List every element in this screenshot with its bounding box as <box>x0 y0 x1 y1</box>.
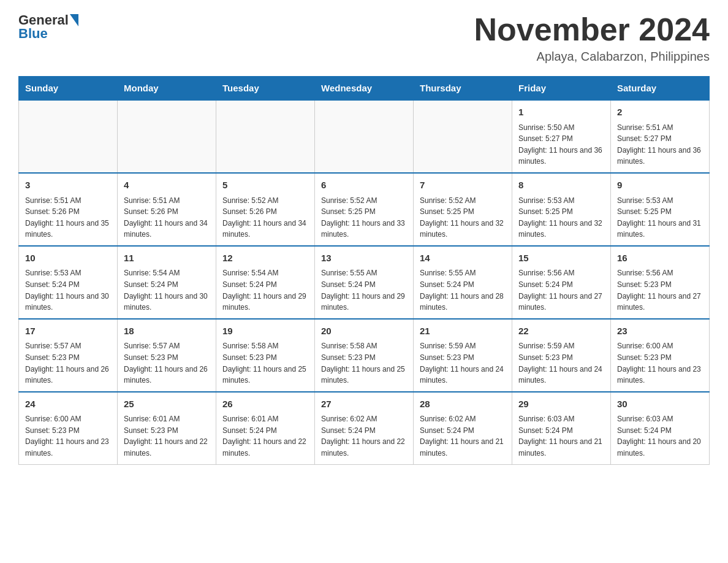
day-number: 12 <box>222 251 308 266</box>
day-info: Sunrise: 5:58 AM Sunset: 5:23 PM Dayligh… <box>321 340 407 386</box>
weekday-header-monday: Monday <box>118 77 216 101</box>
day-info: Sunrise: 5:59 AM Sunset: 5:23 PM Dayligh… <box>518 340 604 386</box>
day-number: 14 <box>420 251 506 266</box>
weekday-header-tuesday: Tuesday <box>216 77 315 101</box>
day-number: 29 <box>518 397 604 412</box>
calendar-week-row: 3Sunrise: 5:51 AM Sunset: 5:26 PM Daylig… <box>19 173 710 246</box>
calendar-cell: 25Sunrise: 6:01 AM Sunset: 5:23 PM Dayli… <box>118 392 216 464</box>
day-info: Sunrise: 5:52 AM Sunset: 5:25 PM Dayligh… <box>420 195 506 240</box>
calendar-cell <box>216 100 315 173</box>
day-number: 5 <box>222 178 308 193</box>
calendar-cell: 3Sunrise: 5:51 AM Sunset: 5:26 PM Daylig… <box>19 173 118 246</box>
day-number: 17 <box>25 324 111 339</box>
day-info: Sunrise: 5:59 AM Sunset: 5:23 PM Dayligh… <box>420 340 506 386</box>
calendar-cell <box>315 100 414 173</box>
calendar-cell: 5Sunrise: 5:52 AM Sunset: 5:26 PM Daylig… <box>216 173 315 246</box>
calendar-cell: 30Sunrise: 6:03 AM Sunset: 5:24 PM Dayli… <box>611 392 710 464</box>
day-number: 4 <box>124 178 210 193</box>
day-number: 2 <box>617 105 703 120</box>
calendar-cell: 26Sunrise: 6:01 AM Sunset: 5:24 PM Dayli… <box>216 392 315 464</box>
page-header: General Blue November 2024 Aplaya, Calab… <box>18 12 710 64</box>
day-number: 30 <box>617 397 703 412</box>
calendar-cell: 17Sunrise: 5:57 AM Sunset: 5:23 PM Dayli… <box>19 319 118 392</box>
day-info: Sunrise: 5:51 AM Sunset: 5:26 PM Dayligh… <box>25 195 111 240</box>
day-info: Sunrise: 5:56 AM Sunset: 5:24 PM Dayligh… <box>518 267 604 313</box>
day-info: Sunrise: 6:03 AM Sunset: 5:24 PM Dayligh… <box>518 413 604 459</box>
day-number: 7 <box>420 178 506 193</box>
day-number: 22 <box>518 324 604 339</box>
day-number: 3 <box>25 178 111 193</box>
calendar-cell <box>414 100 512 173</box>
calendar-cell: 16Sunrise: 5:56 AM Sunset: 5:23 PM Dayli… <box>611 246 710 319</box>
weekday-header-friday: Friday <box>512 77 611 101</box>
day-number: 23 <box>617 324 703 339</box>
calendar-cell: 1Sunrise: 5:50 AM Sunset: 5:27 PM Daylig… <box>512 100 611 173</box>
calendar-week-row: 24Sunrise: 6:00 AM Sunset: 5:23 PM Dayli… <box>19 392 710 464</box>
title-area: November 2024 Aplaya, Calabarzon, Philip… <box>474 12 710 64</box>
day-number: 24 <box>25 397 111 412</box>
day-info: Sunrise: 6:01 AM Sunset: 5:24 PM Dayligh… <box>222 413 308 459</box>
day-info: Sunrise: 6:00 AM Sunset: 5:23 PM Dayligh… <box>25 413 111 459</box>
day-info: Sunrise: 5:57 AM Sunset: 5:23 PM Dayligh… <box>25 340 111 386</box>
calendar-cell: 9Sunrise: 5:53 AM Sunset: 5:25 PM Daylig… <box>611 173 710 246</box>
calendar-week-row: 10Sunrise: 5:53 AM Sunset: 5:24 PM Dayli… <box>19 246 710 319</box>
day-info: Sunrise: 5:53 AM Sunset: 5:25 PM Dayligh… <box>518 195 604 240</box>
calendar-cell: 14Sunrise: 5:55 AM Sunset: 5:24 PM Dayli… <box>414 246 512 319</box>
calendar-cell: 27Sunrise: 6:02 AM Sunset: 5:24 PM Dayli… <box>315 392 414 464</box>
calendar-cell: 2Sunrise: 5:51 AM Sunset: 5:27 PM Daylig… <box>611 100 710 173</box>
calendar-cell: 7Sunrise: 5:52 AM Sunset: 5:25 PM Daylig… <box>414 173 512 246</box>
day-number: 28 <box>420 397 506 412</box>
calendar-cell <box>19 100 118 173</box>
calendar-cell: 13Sunrise: 5:55 AM Sunset: 5:24 PM Dayli… <box>315 246 414 319</box>
day-info: Sunrise: 5:52 AM Sunset: 5:26 PM Dayligh… <box>222 195 308 240</box>
calendar-cell: 20Sunrise: 5:58 AM Sunset: 5:23 PM Dayli… <box>315 319 414 392</box>
calendar-cell: 18Sunrise: 5:57 AM Sunset: 5:23 PM Dayli… <box>118 319 216 392</box>
calendar-week-row: 17Sunrise: 5:57 AM Sunset: 5:23 PM Dayli… <box>19 319 710 392</box>
day-number: 9 <box>617 178 703 193</box>
day-info: Sunrise: 5:58 AM Sunset: 5:23 PM Dayligh… <box>222 340 308 386</box>
day-number: 15 <box>518 251 604 266</box>
day-info: Sunrise: 5:55 AM Sunset: 5:24 PM Dayligh… <box>420 267 506 313</box>
location-subtitle: Aplaya, Calabarzon, Philippines <box>474 50 710 64</box>
day-number: 25 <box>124 397 210 412</box>
day-number: 26 <box>222 397 308 412</box>
day-number: 21 <box>420 324 506 339</box>
calendar-cell: 10Sunrise: 5:53 AM Sunset: 5:24 PM Dayli… <box>19 246 118 319</box>
day-info: Sunrise: 5:53 AM Sunset: 5:25 PM Dayligh… <box>617 195 703 240</box>
day-info: Sunrise: 6:01 AM Sunset: 5:23 PM Dayligh… <box>124 413 210 459</box>
day-number: 19 <box>222 324 308 339</box>
day-info: Sunrise: 5:56 AM Sunset: 5:23 PM Dayligh… <box>617 267 703 313</box>
day-info: Sunrise: 6:03 AM Sunset: 5:24 PM Dayligh… <box>617 413 703 459</box>
calendar-cell: 24Sunrise: 6:00 AM Sunset: 5:23 PM Dayli… <box>19 392 118 464</box>
day-info: Sunrise: 5:53 AM Sunset: 5:24 PM Dayligh… <box>25 267 111 313</box>
calendar-week-row: 1Sunrise: 5:50 AM Sunset: 5:27 PM Daylig… <box>19 100 710 173</box>
weekday-header-row: SundayMondayTuesdayWednesdayThursdayFrid… <box>19 77 710 101</box>
day-info: Sunrise: 6:02 AM Sunset: 5:24 PM Dayligh… <box>321 413 407 459</box>
day-number: 11 <box>124 251 210 266</box>
calendar-cell: 12Sunrise: 5:54 AM Sunset: 5:24 PM Dayli… <box>216 246 315 319</box>
day-number: 8 <box>518 178 604 193</box>
day-number: 18 <box>124 324 210 339</box>
day-number: 10 <box>25 251 111 266</box>
month-title: November 2024 <box>474 12 710 47</box>
calendar-table: SundayMondayTuesdayWednesdayThursdayFrid… <box>18 76 710 464</box>
logo: General Blue <box>18 12 78 42</box>
weekday-header-wednesday: Wednesday <box>315 77 414 101</box>
calendar-cell: 11Sunrise: 5:54 AM Sunset: 5:24 PM Dayli… <box>118 246 216 319</box>
calendar-cell: 28Sunrise: 6:02 AM Sunset: 5:24 PM Dayli… <box>414 392 512 464</box>
day-info: Sunrise: 6:00 AM Sunset: 5:23 PM Dayligh… <box>617 340 703 386</box>
calendar-cell: 23Sunrise: 6:00 AM Sunset: 5:23 PM Dayli… <box>611 319 710 392</box>
weekday-header-saturday: Saturday <box>611 77 710 101</box>
calendar-cell: 29Sunrise: 6:03 AM Sunset: 5:24 PM Dayli… <box>512 392 611 464</box>
day-info: Sunrise: 5:55 AM Sunset: 5:24 PM Dayligh… <box>321 267 407 313</box>
day-info: Sunrise: 5:51 AM Sunset: 5:27 PM Dayligh… <box>617 122 703 167</box>
calendar-cell: 15Sunrise: 5:56 AM Sunset: 5:24 PM Dayli… <box>512 246 611 319</box>
weekday-header-sunday: Sunday <box>19 77 118 101</box>
day-info: Sunrise: 5:57 AM Sunset: 5:23 PM Dayligh… <box>124 340 210 386</box>
calendar-cell: 8Sunrise: 5:53 AM Sunset: 5:25 PM Daylig… <box>512 173 611 246</box>
day-info: Sunrise: 5:50 AM Sunset: 5:27 PM Dayligh… <box>518 122 604 167</box>
day-info: Sunrise: 5:51 AM Sunset: 5:26 PM Dayligh… <box>124 195 210 240</box>
day-number: 13 <box>321 251 407 266</box>
calendar-cell: 4Sunrise: 5:51 AM Sunset: 5:26 PM Daylig… <box>118 173 216 246</box>
day-info: Sunrise: 5:52 AM Sunset: 5:25 PM Dayligh… <box>321 195 407 240</box>
